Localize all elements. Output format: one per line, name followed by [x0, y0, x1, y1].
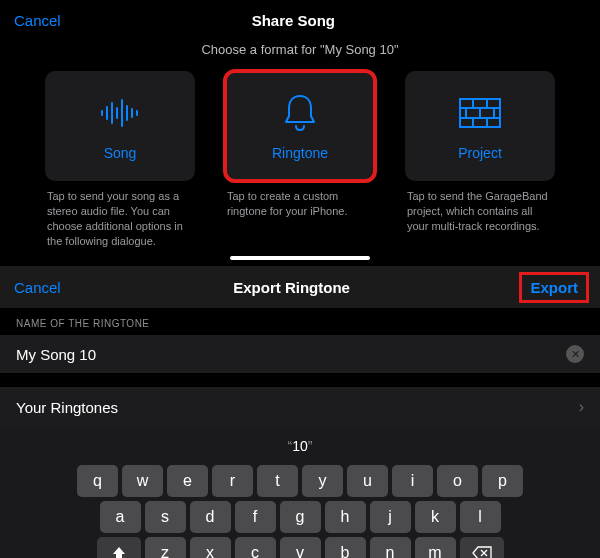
key-a[interactable]: a — [100, 501, 141, 533]
bricks-icon — [458, 91, 502, 135]
key-y[interactable]: y — [302, 465, 343, 497]
format-cards: Song Tap to send your song as a stereo a… — [0, 57, 600, 248]
waveform-icon — [98, 91, 142, 135]
card-label: Project — [458, 145, 502, 161]
page-title: Export Ringtone — [61, 279, 523, 296]
key-i[interactable]: i — [392, 465, 433, 497]
key-t[interactable]: t — [257, 465, 298, 497]
subtitle: Choose a format for "My Song 10" — [0, 42, 600, 57]
card-label: Ringtone — [272, 145, 328, 161]
your-ringtones-row[interactable]: Your Ringtones › — [0, 387, 600, 427]
page-title: Share Song — [61, 12, 526, 29]
chevron-right-icon: › — [579, 398, 584, 416]
key-w[interactable]: w — [122, 465, 163, 497]
key-v[interactable]: v — [280, 537, 321, 558]
key-u[interactable]: u — [347, 465, 388, 497]
key-o[interactable]: o — [437, 465, 478, 497]
key-l[interactable]: l — [460, 501, 501, 533]
ringtone-name-value: My Song 10 — [16, 346, 96, 363]
key-shift[interactable] — [97, 537, 141, 558]
export-ringtone-screen: Cancel Export Ringtone Export NAME OF TH… — [0, 266, 600, 558]
card-song[interactable]: Song — [45, 71, 195, 181]
key-d[interactable]: d — [190, 501, 231, 533]
home-indicator[interactable] — [230, 256, 370, 260]
key-f[interactable]: f — [235, 501, 276, 533]
key-n[interactable]: n — [370, 537, 411, 558]
your-ringtones-label: Your Ringtones — [16, 399, 118, 416]
section-label: NAME OF THE RINGTONE — [0, 308, 600, 335]
bell-icon — [278, 91, 322, 135]
key-e[interactable]: e — [167, 465, 208, 497]
suggestion-bar[interactable]: “10” — [4, 431, 596, 461]
key-g[interactable]: g — [280, 501, 321, 533]
keyboard: “10” qwertyuiop asdfghjkl zxcvbnm 123 ☺ … — [0, 427, 600, 558]
nav-bar: Cancel Share Song — [0, 0, 600, 40]
key-backspace[interactable] — [460, 537, 504, 558]
nav-bar: Cancel Export Ringtone Export — [0, 266, 600, 308]
key-h[interactable]: h — [325, 501, 366, 533]
key-b[interactable]: b — [325, 537, 366, 558]
key-k[interactable]: k — [415, 501, 456, 533]
key-r[interactable]: r — [212, 465, 253, 497]
key-p[interactable]: p — [482, 465, 523, 497]
cancel-button[interactable]: Cancel — [14, 12, 61, 29]
card-description: Tap to create a custom ringtone for your… — [225, 189, 375, 219]
card-project[interactable]: Project — [405, 71, 555, 181]
key-z[interactable]: z — [145, 537, 186, 558]
cancel-button[interactable]: Cancel — [14, 279, 61, 296]
ringtone-name-field[interactable]: My Song 10 ✕ — [0, 335, 600, 373]
key-q[interactable]: q — [77, 465, 118, 497]
share-song-screen: Cancel Share Song Choose a format for "M… — [0, 0, 600, 266]
suggestion-text: 10 — [292, 438, 308, 454]
key-m[interactable]: m — [415, 537, 456, 558]
card-ringtone[interactable]: Ringtone — [225, 71, 375, 181]
card-description: Tap to send your song as a stereo audio … — [45, 189, 195, 248]
key-j[interactable]: j — [370, 501, 411, 533]
key-s[interactable]: s — [145, 501, 186, 533]
key-c[interactable]: c — [235, 537, 276, 558]
key-x[interactable]: x — [190, 537, 231, 558]
clear-text-icon[interactable]: ✕ — [566, 345, 584, 363]
card-label: Song — [104, 145, 137, 161]
card-description: Tap to send the GarageBand project, whic… — [405, 189, 555, 234]
export-button[interactable]: Export — [522, 275, 586, 300]
